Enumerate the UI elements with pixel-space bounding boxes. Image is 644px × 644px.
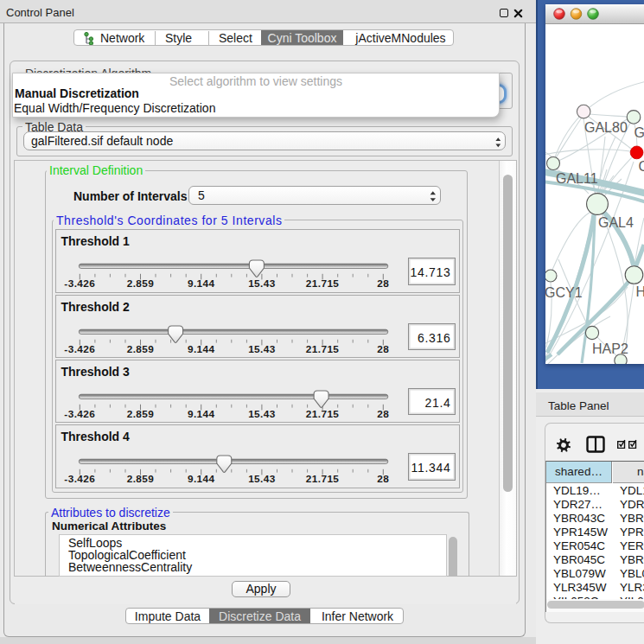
svg-text:21.715: 21.715 — [305, 343, 339, 355]
svg-text:9.144: 9.144 — [187, 473, 214, 485]
svg-text:-3.426: -3.426 — [64, 343, 95, 355]
svg-text:9.144: 9.144 — [187, 277, 214, 290]
svg-text:GAL11: GAL11 — [556, 171, 598, 186]
svg-text:9.144: 9.144 — [187, 408, 214, 420]
svg-text:2.859: 2.859 — [126, 473, 154, 485]
svg-text:GAL4: GAL4 — [598, 215, 634, 230]
svg-text:2.859: 2.859 — [126, 343, 154, 355]
svg-text:28: 28 — [377, 473, 389, 485]
svg-text:-3.426: -3.426 — [64, 473, 95, 485]
svg-text:GCY1: GCY1 — [545, 285, 583, 300]
svg-text:-3.426: -3.426 — [64, 277, 95, 290]
svg-text:21.715: 21.715 — [305, 408, 339, 420]
svg-text:HAP2: HAP2 — [592, 341, 628, 356]
svg-text:9.144: 9.144 — [187, 343, 214, 355]
svg-text:28: 28 — [377, 277, 389, 290]
svg-text:21.715: 21.715 — [305, 277, 339, 290]
svg-text:21.715: 21.715 — [305, 473, 339, 485]
svg-text:GA: GA — [634, 125, 644, 140]
svg-text:15.43: 15.43 — [248, 473, 276, 485]
svg-text:2.859: 2.859 — [126, 277, 154, 290]
svg-text:GAL80: GAL80 — [584, 120, 628, 135]
svg-text:-3.426: -3.426 — [64, 408, 95, 420]
svg-text:C: C — [639, 159, 644, 174]
svg-text:28: 28 — [377, 408, 389, 420]
svg-text:15.43: 15.43 — [248, 408, 276, 420]
svg-text:28: 28 — [377, 343, 389, 355]
svg-text:H: H — [636, 284, 644, 299]
svg-text:2.859: 2.859 — [126, 408, 154, 420]
svg-text:15.43: 15.43 — [248, 277, 276, 290]
svg-text:15.43: 15.43 — [248, 343, 276, 355]
